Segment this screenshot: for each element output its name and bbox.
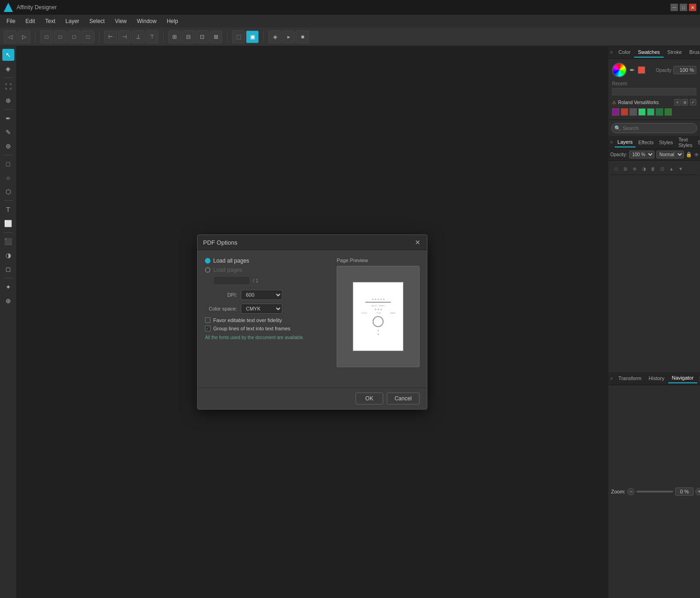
bottom-panel-pin[interactable]: ⋮ (697, 376, 700, 381)
toolbar-align-1[interactable]: ⊢ (104, 30, 117, 43)
layer-blend-select[interactable]: Normal Multiply Screen Overlay (656, 151, 684, 158)
tool-select[interactable]: ↖ (2, 49, 14, 61)
tab-styles[interactable]: Styles (656, 138, 676, 147)
color-space-select[interactable]: RGB CMYK Grayscale (241, 304, 282, 314)
swatch-view-btn-2[interactable]: ⊞ (682, 99, 688, 106)
toolbar-btn-1[interactable]: □ (40, 30, 53, 43)
toolbar-view-3[interactable]: ■ (296, 30, 309, 43)
toolbar-align-3[interactable]: ⊥ (132, 30, 145, 43)
layer-delete-btn[interactable]: 🗑 (649, 164, 657, 173)
tool-place[interactable]: ⊕ (2, 295, 14, 307)
toolbar-dist-3[interactable]: ⊡ (196, 30, 209, 43)
layer-add-group-btn[interactable]: □ (612, 164, 620, 173)
toolbar-dist-4[interactable]: ⊠ (210, 30, 222, 43)
toolbar-btn-2[interactable]: □ (54, 30, 67, 43)
dialog-close-button[interactable]: ✕ (414, 239, 421, 246)
page-range-input[interactable] (213, 276, 250, 285)
ok-button[interactable]: OK (356, 393, 383, 405)
zoom-label: Zoom: (611, 489, 625, 494)
load-pages-radio[interactable] (205, 267, 210, 273)
zoom-in-button[interactable]: + (695, 488, 700, 495)
layer-vis-btn[interactable]: 👁 (694, 151, 699, 158)
swatch-7[interactable] (665, 108, 672, 116)
toolbar-btn-back[interactable]: ◁ (4, 30, 17, 43)
toolbar-dist-2[interactable]: ⊟ (182, 30, 195, 43)
group-lines-checkbox[interactable]: ✓ (205, 326, 210, 331)
tool-text[interactable]: T (2, 204, 14, 216)
toolbar-align-2[interactable]: ⊣ (118, 30, 131, 43)
tab-navigator[interactable]: Navigator (668, 373, 697, 383)
cancel-button[interactable]: Cancel (387, 393, 420, 405)
tab-history[interactable]: History (645, 374, 668, 383)
tool-pen[interactable]: ✒ (2, 112, 14, 124)
tab-brushes[interactable]: Brushes (686, 47, 700, 58)
tab-effects[interactable]: Effects (636, 138, 656, 147)
menu-layer[interactable]: Layer (61, 16, 84, 26)
menu-edit[interactable]: Edit (21, 16, 40, 26)
tab-color[interactable]: Color (615, 47, 634, 58)
swatch-4[interactable] (638, 108, 646, 116)
layer-add-adjustment-btn[interactable]: ⊕ (630, 164, 639, 173)
swatch-view-btn-1[interactable]: ≡ (674, 99, 681, 106)
dpi-select[interactable]: 72 96 150 300 600 1200 (241, 290, 282, 300)
tool-gradient[interactable]: ◑ (2, 249, 14, 261)
tool-frame-text[interactable]: ⬜ (2, 217, 14, 229)
minimize-button[interactable]: ─ (671, 4, 678, 11)
zoom-out-button[interactable]: − (627, 488, 635, 495)
load-all-pages-radio[interactable] (205, 258, 210, 264)
swatch-5[interactable] (647, 108, 654, 116)
layer-move-down-btn[interactable]: ▼ (677, 164, 685, 173)
swatch-1[interactable] (612, 108, 619, 116)
menu-help[interactable]: Help (162, 16, 183, 26)
close-button[interactable]: ✕ (689, 4, 696, 11)
tool-transparency[interactable]: ◻ (2, 263, 14, 275)
color-swatch-red[interactable] (638, 66, 645, 74)
swatch-3[interactable] (630, 108, 637, 116)
search-input[interactable] (611, 123, 697, 133)
layer-move-up-btn[interactable]: ▲ (667, 164, 676, 173)
tool-crop[interactable]: ⛶ (2, 81, 14, 93)
toolbar-btn-4[interactable]: □ (82, 30, 94, 43)
menu-window[interactable]: Window (132, 16, 161, 26)
tool-zoom[interactable]: ⊕ (2, 94, 14, 106)
tab-stock[interactable]: Stock (695, 138, 700, 147)
toolbar-snap-2[interactable]: ▣ (246, 30, 259, 43)
tool-node[interactable]: ◈ (2, 63, 14, 75)
toolbar-view-2[interactable]: ▸ (282, 30, 295, 43)
menu-select[interactable]: Select (85, 16, 109, 26)
tool-brush[interactable]: ⊛ (2, 140, 14, 152)
tab-swatches[interactable]: Swatches (634, 47, 664, 58)
maximize-button[interactable]: □ (680, 4, 687, 11)
layer-duplicate-btn[interactable]: ⊡ (658, 164, 666, 173)
dropper-icon[interactable]: ✒ (630, 66, 635, 74)
toolbar-btn-3[interactable]: □ (68, 30, 81, 43)
tool-pencil[interactable]: ✎ (2, 126, 14, 138)
toolbar-btn-forward[interactable]: ▷ (18, 30, 30, 43)
tab-transform[interactable]: Transform (615, 374, 645, 383)
tool-shape[interactable]: ⬡ (2, 186, 14, 198)
layer-lock-btn[interactable]: 🔒 (686, 151, 692, 158)
menu-text[interactable]: Text (41, 16, 60, 26)
layer-opacity-select[interactable]: 100 % 75 % 50 % 25 % (629, 151, 654, 158)
layer-mask-btn[interactable]: ◑ (640, 164, 648, 173)
toolbar-dist-1[interactable]: ⊞ (168, 30, 181, 43)
tab-text-styles[interactable]: Text Styles (676, 135, 695, 150)
favor-editable-checkbox[interactable] (205, 317, 210, 323)
tool-fill[interactable]: ⬛ (2, 235, 14, 247)
tool-eyedropper[interactable]: ✦ (2, 281, 14, 293)
menu-view[interactable]: View (110, 16, 131, 26)
zoom-slider[interactable] (636, 491, 673, 492)
swatch-check[interactable]: ✓ (690, 99, 696, 106)
toolbar-snap-1[interactable]: ⬚ (232, 30, 245, 43)
swatch-6[interactable] (656, 108, 663, 116)
toolbar-view-1[interactable]: ◈ (268, 30, 281, 43)
toolbar-align-4[interactable]: ⊤ (146, 30, 158, 43)
menu-file[interactable]: File (2, 16, 20, 26)
tool-ellipse[interactable]: ○ (2, 172, 14, 184)
layer-add-pixel-btn[interactable]: ⊞ (621, 164, 630, 173)
tool-rect[interactable]: □ (2, 158, 14, 170)
swatch-2[interactable] (621, 108, 628, 116)
tab-layers[interactable]: Layers (615, 137, 636, 147)
color-wheel[interactable] (612, 63, 627, 77)
tab-stroke[interactable]: Stroke (664, 47, 686, 58)
